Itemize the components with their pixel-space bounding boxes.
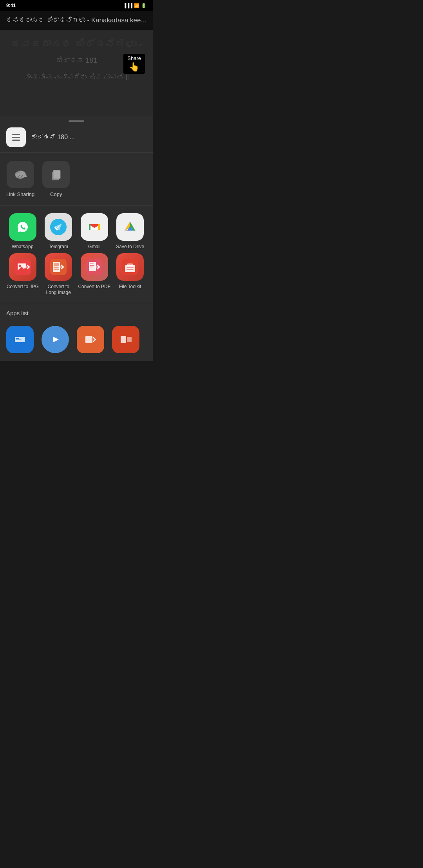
drag-handle-area[interactable] (0, 116, 153, 122)
file-toolkit-icon (116, 253, 144, 281)
title-bar: ಕನಕದಾಸರ ಕೀರ್ತನೆಗಳು - Kanakadasa kee... (0, 11, 153, 30)
quick-action-copy[interactable]: Copy (42, 161, 70, 197)
svg-rect-25 (54, 263, 59, 266)
gmail-icon (81, 213, 108, 241)
bottom-app-1-svg (12, 331, 28, 348)
wifi-icon: 📶 (134, 3, 139, 8)
battery-icon: 🔋 (141, 3, 146, 8)
menu-line-3 (12, 140, 20, 141)
bottom-app-2-svg (47, 331, 63, 348)
convert-jpg-icon (9, 253, 36, 281)
svg-rect-48 (121, 336, 126, 343)
svg-point-21 (19, 265, 21, 267)
telegram-icon (45, 213, 72, 241)
link-sharing-icon-bg: ↙↗ (7, 161, 34, 188)
status-icons: ▐▐▐ 📶 🔋 (123, 3, 146, 8)
share-header: ಕೀರ್ತನೆ 180 ... (0, 122, 153, 153)
svg-text:↙↗: ↙↗ (17, 174, 24, 178)
whatsapp-svg (14, 219, 31, 235)
link-sharing-icon: ↙↗ (13, 167, 28, 182)
menu-icon (6, 127, 26, 147)
convert-pdf-label: Convert to PDF (78, 284, 110, 290)
convert-long-label: Convert to Long Image (42, 284, 75, 296)
menu-line-2 (12, 137, 20, 138)
svg-rect-38 (127, 269, 134, 270)
share-hand-icon: 👆 (129, 62, 139, 72)
bottom-app-3-svg (82, 331, 99, 348)
gmail-svg (86, 219, 103, 235)
title-bar-text: ಕನಕದಾಸರ ಕೀರ್ತನೆಗಳು - Kanakadasa kee... (6, 16, 146, 24)
copy-icon-bg (42, 161, 70, 188)
file-toolkit-svg (122, 259, 138, 275)
app-item-telegram[interactable]: Telegram (42, 213, 75, 250)
convert-pdf-svg (86, 259, 103, 275)
svg-rect-32 (90, 267, 93, 267)
bottom-app-2-icon (42, 326, 69, 353)
bottom-app-4-svg (118, 331, 134, 348)
svg-rect-37 (127, 267, 134, 268)
bottom-apps-row (0, 326, 153, 361)
whatsapp-label: WhatsApp (12, 244, 33, 250)
svg-rect-7 (53, 170, 60, 179)
share-header-text: ಕೀರ್ತನೆ 180 ... (31, 134, 75, 141)
bg-kirtane: ಕೀರ್ತನೆ 181 (55, 56, 97, 65)
bottom-sheet: ಕೀರ್ತನೆ 180 ... ↙↗ Link Sharing (0, 122, 153, 361)
svg-rect-46 (85, 336, 92, 343)
status-bar: 9:41 ▐▐▐ 📶 🔋 (0, 0, 153, 11)
share-button[interactable]: Share 👆 (123, 54, 145, 74)
bottom-app-4[interactable] (112, 326, 139, 353)
apps-list-label: Apps list (6, 310, 146, 316)
copy-icon (49, 167, 63, 182)
bottom-app-3-icon (77, 326, 104, 353)
app-item-convert-pdf[interactable]: Convert to PDF (78, 253, 111, 296)
menu-line-1 (12, 134, 20, 135)
svg-rect-42 (16, 340, 22, 340)
svg-rect-31 (90, 265, 94, 266)
apps-grid: WhatsApp Telegram (0, 205, 153, 304)
drive-svg (122, 219, 138, 235)
convert-jpg-label: Convert to JPG (7, 284, 39, 290)
drive-icon (116, 213, 144, 241)
svg-rect-30 (90, 263, 94, 264)
share-label: Share (127, 55, 141, 61)
bottom-app-4-icon (112, 326, 139, 353)
status-time: 9:41 (6, 3, 16, 8)
svg-rect-34 (125, 265, 135, 272)
whatsapp-icon (9, 213, 36, 241)
app-item-convert-long[interactable]: Convert to Long Image (42, 253, 75, 296)
telegram-label: Telegram (49, 244, 68, 250)
convert-long-icon (45, 253, 72, 281)
bottom-app-3[interactable] (77, 326, 104, 353)
convert-pdf-icon (81, 253, 108, 281)
link-sharing-label: Link Sharing (6, 191, 34, 197)
app-item-whatsapp[interactable]: WhatsApp (6, 213, 39, 250)
gmail-label: Gmail (88, 244, 100, 250)
app-item-convert-jpg[interactable]: Convert to JPG (6, 253, 39, 296)
drag-handle[interactable] (69, 120, 84, 122)
bottom-app-1[interactable] (6, 326, 34, 353)
app-item-gmail[interactable]: Gmail (78, 213, 111, 250)
quick-actions: ↙↗ Link Sharing Copy (0, 153, 153, 205)
svg-rect-27 (54, 269, 59, 270)
drive-label: Save to Drive (116, 244, 144, 250)
menu-lines (12, 134, 20, 141)
signal-icon: ▐▐▐ (123, 3, 132, 8)
svg-rect-49 (127, 337, 132, 342)
bottom-app-1-icon (6, 326, 34, 353)
bg-title: ಕನಕದಾಸರ ಕೀರ್ತನೆಗಳು - (11, 38, 142, 50)
bottom-app-2[interactable] (42, 326, 69, 353)
file-toolkit-label: File Toolkit (119, 284, 141, 290)
copy-label: Copy (50, 191, 62, 197)
telegram-svg (50, 219, 67, 235)
quick-action-link-sharing[interactable]: ↙↗ Link Sharing (6, 161, 34, 197)
svg-rect-41 (16, 338, 19, 339)
app-item-drive[interactable]: Save to Drive (114, 213, 147, 250)
bg-content: ಕನಕದಾಸರ ಕೀರ್ತನೆಗಳು - ಕೀರ್ತನೆ 181 Share 👆… (0, 30, 153, 116)
app-item-file-toolkit[interactable]: File Toolkit (114, 253, 147, 296)
bg-verse: ನಾನು ನೀನು ಎನ್ನದಿರು ಹೀನ ಮಾನವ || (24, 73, 129, 81)
svg-rect-36 (127, 263, 133, 265)
convert-jpg-svg (14, 259, 31, 275)
convert-long-svg (50, 259, 67, 275)
apps-list-section: Apps list (0, 304, 153, 326)
